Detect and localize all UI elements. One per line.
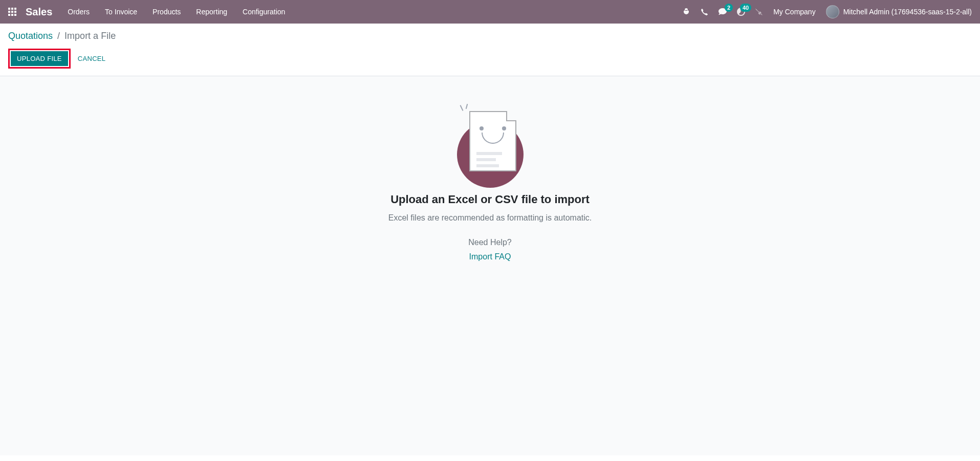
empty-state: Upload an Excel or CSV file to import Ex… — [326, 107, 654, 261]
nav-menu: Orders To Invoice Products Reporting Con… — [68, 8, 285, 16]
nav-reporting[interactable]: Reporting — [196, 8, 227, 16]
debug-icon[interactable] — [682, 8, 690, 16]
upload-file-button[interactable]: Upload File — [11, 51, 68, 66]
nav-right: 2 40 My Company Mitchell Admin (17694536… — [682, 5, 972, 18]
tools-icon[interactable] — [755, 8, 763, 16]
activities-icon[interactable]: 40 — [737, 8, 745, 16]
control-panel: Quotations / Import a File Upload File C… — [0, 24, 980, 76]
avatar-icon — [826, 5, 839, 18]
user-menu[interactable]: Mitchell Admin (17694536-saas-15-2-all) — [826, 5, 972, 18]
app-brand[interactable]: Sales — [26, 6, 52, 18]
top-navbar: Sales Orders To Invoice Products Reporti… — [0, 0, 980, 24]
import-faq-link[interactable]: Import FAQ — [469, 252, 511, 261]
company-selector[interactable]: My Company — [773, 8, 815, 16]
nav-orders[interactable]: Orders — [68, 8, 90, 16]
import-illustration — [452, 107, 529, 184]
user-name: Mitchell Admin (17694536-saas-15-2-all) — [843, 8, 972, 16]
nav-products[interactable]: Products — [153, 8, 181, 16]
empty-subtitle: Excel files are recommended as formattin… — [326, 213, 654, 223]
breadcrumb: Quotations / Import a File — [8, 31, 972, 41]
activities-badge: 40 — [740, 4, 751, 12]
main-content: Upload an Excel or CSV file to import Ex… — [0, 76, 980, 455]
messages-icon[interactable]: 2 — [718, 8, 727, 16]
button-row: Upload File Cancel — [8, 49, 972, 69]
cancel-button[interactable]: Cancel — [78, 55, 106, 62]
breadcrumb-separator: / — [57, 31, 60, 41]
messages-badge: 2 — [725, 4, 733, 12]
empty-help-text: Need Help? — [326, 238, 654, 247]
upload-highlight: Upload File — [8, 49, 71, 69]
empty-title: Upload an Excel or CSV file to import — [326, 193, 654, 206]
breadcrumb-current: Import a File — [64, 31, 116, 41]
nav-configuration[interactable]: Configuration — [243, 8, 285, 16]
breadcrumb-parent[interactable]: Quotations — [8, 31, 53, 41]
apps-icon[interactable] — [8, 8, 16, 16]
nav-to-invoice[interactable]: To Invoice — [105, 8, 137, 16]
phone-icon[interactable] — [701, 8, 708, 16]
